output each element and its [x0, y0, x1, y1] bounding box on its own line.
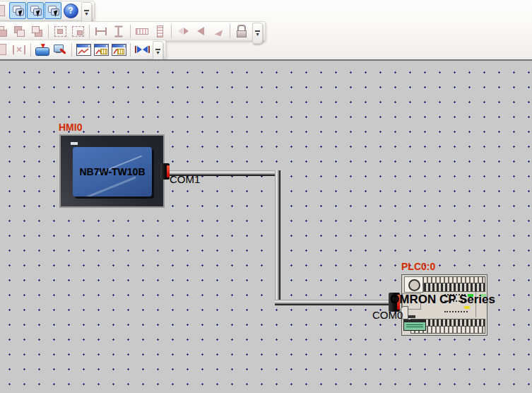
hmi-device[interactable]: NB7W-TW10B — [59, 134, 165, 208]
bring-to-front-button[interactable] — [0, 23, 10, 40]
system-settings-button[interactable] — [52, 41, 69, 58]
clipped-toolbar-button-2[interactable] — [0, 41, 10, 58]
window-chart-grid-button[interactable] — [93, 41, 110, 58]
hmi-model-text: NB7W-TW10B — [79, 166, 145, 177]
window-grid-chart-icon — [112, 44, 126, 56]
cable-segment-plc[interactable] — [275, 300, 393, 305]
chevron-down-icon: ▾ — [156, 51, 159, 55]
toolbar-options-button-1[interactable]: ▾ — [81, 2, 92, 23]
hmi-label: HMI0 — [59, 122, 82, 133]
plc-label: PLC0:0 — [401, 261, 435, 272]
flip-horizontal-button[interactable] — [175, 23, 191, 40]
plc-terminal-strip-top-b — [423, 283, 485, 292]
group-icon — [54, 26, 66, 37]
separator — [171, 25, 172, 38]
monitor-wrench-icon — [53, 44, 67, 56]
clipped-toolbar-button[interactable] — [0, 2, 8, 19]
separator — [30, 43, 31, 57]
vertical-ruler-icon — [157, 25, 163, 37]
transfer-button[interactable] — [134, 41, 150, 58]
design-canvas[interactable]: HMI0 NB7W-TW10B COM1 PLC0:0 OMRON CP Ser… — [0, 59, 532, 393]
connect-mode-button-1[interactable] — [9, 2, 26, 19]
chevron-down-icon: ▾ — [85, 12, 88, 16]
separator — [71, 43, 72, 57]
select-windows-cursor-icon — [47, 4, 59, 17]
compile-download-button[interactable]: ▼ — [34, 41, 51, 58]
ungroup-button[interactable] — [69, 23, 86, 40]
select-windows-cursor-icon — [29, 4, 42, 17]
flip-vertical-button[interactable] — [192, 23, 209, 40]
plc-port-detail — [408, 315, 415, 318]
equal-horizontal-spacing-button[interactable] — [93, 23, 110, 40]
horizontal-ruler-icon — [136, 28, 148, 35]
bring-to-front-icon — [0, 25, 8, 37]
separator — [89, 25, 90, 38]
window-chart-grid-icon — [94, 44, 109, 56]
toolbar-options-button-2[interactable]: ▾ — [252, 23, 263, 44]
transfer-icon — [135, 46, 150, 53]
send-backward-button[interactable] — [11, 23, 28, 40]
same-height-button[interactable] — [151, 23, 168, 40]
equal-vertical-spacing-button[interactable] — [110, 23, 127, 40]
hmi-power-led — [71, 142, 78, 145]
same-width-button[interactable] — [134, 23, 150, 40]
select-windows-cursor-icon — [11, 4, 24, 17]
window-grid-chart-button[interactable] — [110, 41, 127, 58]
toolbar-area: ? ▾ — [0, 0, 532, 59]
mode-toolbar: ? ▾ — [0, 1, 95, 20]
connect-mode-button-2[interactable] — [27, 2, 44, 19]
lock-button[interactable] — [233, 23, 250, 40]
delete-button[interactable]: ✕ — [11, 41, 28, 58]
send-to-back-icon — [30, 25, 43, 37]
window-chart-button[interactable] — [75, 41, 92, 58]
window-chart-icon — [76, 44, 91, 56]
cable-segment-vertical[interactable] — [275, 170, 280, 305]
equal-horizontal-spacing-icon — [95, 28, 107, 35]
ungroup-icon — [72, 26, 84, 37]
separator — [230, 25, 230, 38]
plc-indicator-row — [444, 311, 468, 312]
download-icon: ▼ — [35, 44, 49, 56]
help-button[interactable]: ? — [62, 2, 79, 19]
plc-dial — [404, 276, 423, 293]
flip-horizontal-icon — [178, 28, 189, 35]
arrange-toolbar: ▾ — [0, 21, 266, 41]
plc-power-connector — [403, 319, 426, 331]
com1-connector[interactable] — [160, 163, 170, 180]
group-button[interactable] — [52, 23, 69, 40]
project-toolbar: ✕ ▼ — [0, 40, 166, 59]
separator — [130, 43, 131, 57]
lock-icon — [237, 25, 247, 37]
separator — [48, 25, 49, 38]
com1-label: COM1 — [170, 173, 200, 185]
clipped-icon — [0, 44, 6, 55]
flip-vertical-icon — [197, 27, 204, 35]
screen-reflection — [84, 176, 136, 196]
separator — [130, 25, 131, 38]
help-icon: ? — [64, 4, 78, 18]
rotate-icon — [214, 28, 222, 36]
clipped-icon — [0, 5, 5, 16]
chevron-down-icon: ▾ — [256, 33, 259, 37]
send-to-back-button[interactable] — [28, 23, 45, 40]
hmi-screen: NB7W-TW10B — [73, 147, 152, 196]
delete-icon: ✕ — [13, 45, 25, 54]
equal-vertical-spacing-icon — [115, 25, 123, 37]
rotate-button[interactable] — [210, 23, 227, 40]
plc-model-text: OMRON CP Series — [390, 293, 495, 307]
connect-mode-button-3[interactable] — [45, 2, 61, 19]
send-backward-icon — [13, 25, 25, 37]
canvas-top-border — [0, 59, 532, 61]
